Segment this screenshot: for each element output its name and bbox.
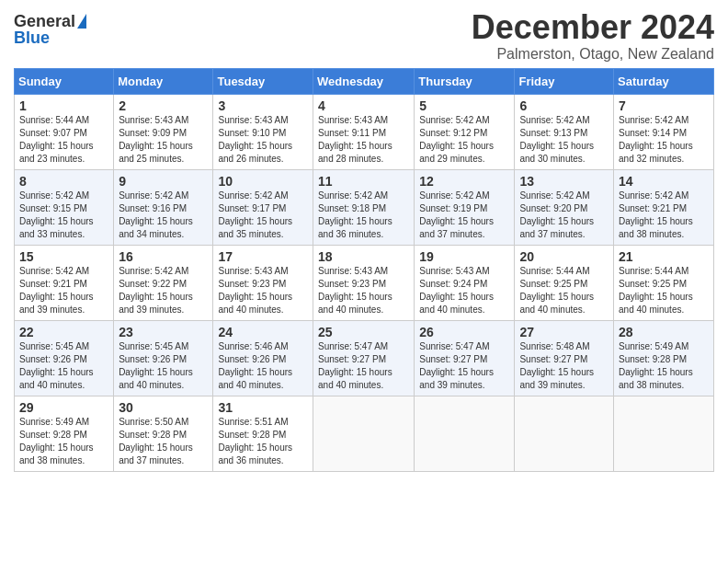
day-number: 28 [619,325,709,339]
page-title: December 2024 [472,9,714,46]
day-info: Sunrise: 5:42 AM Sunset: 9:22 PM Dayligh… [119,265,208,316]
day-info: Sunrise: 5:49 AM Sunset: 9:28 PM Dayligh… [19,416,108,467]
day-number: 17 [218,249,308,264]
day-number: 7 [619,98,709,113]
day-number: 8 [19,174,108,189]
day-info: Sunrise: 5:42 AM Sunset: 9:12 PM Dayligh… [419,114,509,166]
calendar-cell: 31Sunrise: 5:51 AM Sunset: 9:28 PM Dayli… [213,396,313,471]
logo: General Blue [14,13,86,46]
day-number: 3 [218,98,308,113]
calendar-cell: 29Sunrise: 5:49 AM Sunset: 9:28 PM Dayli… [15,396,114,471]
calendar-cell: 15Sunrise: 5:42 AM Sunset: 9:21 PM Dayli… [15,245,114,320]
calendar-cell: 21Sunrise: 5:44 AM Sunset: 9:25 PM Dayli… [614,245,714,320]
day-number: 4 [318,98,409,113]
day-info: Sunrise: 5:49 AM Sunset: 9:28 PM Dayligh… [619,340,709,392]
day-info: Sunrise: 5:43 AM Sunset: 9:11 PM Dayligh… [318,114,409,166]
day-info: Sunrise: 5:42 AM Sunset: 9:19 PM Dayligh… [419,190,509,241]
calendar-cell [313,396,415,471]
calendar-header-row: Sunday Monday Tuesday Wednesday Thursday… [15,68,714,94]
calendar-cell [515,396,614,471]
calendar-cell: 7Sunrise: 5:42 AM Sunset: 9:14 PM Daylig… [614,94,714,169]
calendar-cell: 27Sunrise: 5:48 AM Sunset: 9:27 PM Dayli… [515,320,614,396]
day-number: 15 [19,249,108,264]
day-number: 14 [619,174,709,189]
day-info: Sunrise: 5:42 AM Sunset: 9:13 PM Dayligh… [519,114,609,166]
day-number: 22 [19,325,108,339]
day-number: 24 [218,325,308,339]
col-tuesday: Tuesday [213,68,313,94]
page-header: General Blue December 2024 Palmerston, O… [14,9,714,63]
calendar-cell: 16Sunrise: 5:42 AM Sunset: 9:22 PM Dayli… [114,245,213,320]
calendar-cell: 23Sunrise: 5:45 AM Sunset: 9:26 PM Dayli… [114,320,213,396]
day-info: Sunrise: 5:47 AM Sunset: 9:27 PM Dayligh… [318,340,409,392]
day-number: 23 [119,325,208,339]
day-info: Sunrise: 5:42 AM Sunset: 9:15 PM Dayligh… [19,190,108,241]
day-info: Sunrise: 5:43 AM Sunset: 9:10 PM Dayligh… [218,114,308,166]
title-block: December 2024 Palmerston, Otago, New Zea… [472,9,714,63]
calendar-week-row: 29Sunrise: 5:49 AM Sunset: 9:28 PM Dayli… [15,396,714,471]
day-info: Sunrise: 5:45 AM Sunset: 9:26 PM Dayligh… [19,340,108,392]
day-number: 12 [419,174,509,189]
day-info: Sunrise: 5:51 AM Sunset: 9:28 PM Dayligh… [218,416,308,467]
day-number: 11 [318,174,409,189]
calendar-cell: 22Sunrise: 5:45 AM Sunset: 9:26 PM Dayli… [15,320,114,396]
day-info: Sunrise: 5:44 AM Sunset: 9:25 PM Dayligh… [619,265,709,316]
day-info: Sunrise: 5:42 AM Sunset: 9:21 PM Dayligh… [619,190,709,241]
day-info: Sunrise: 5:45 AM Sunset: 9:26 PM Dayligh… [119,340,208,392]
day-number: 18 [318,249,409,264]
day-info: Sunrise: 5:42 AM Sunset: 9:21 PM Dayligh… [19,265,108,316]
calendar-cell: 11Sunrise: 5:42 AM Sunset: 9:18 PM Dayli… [313,169,415,245]
day-info: Sunrise: 5:42 AM Sunset: 9:16 PM Dayligh… [119,190,208,241]
calendar-cell: 26Sunrise: 5:47 AM Sunset: 9:27 PM Dayli… [415,320,515,396]
day-number: 9 [119,174,208,189]
calendar-cell: 6Sunrise: 5:42 AM Sunset: 9:13 PM Daylig… [515,94,614,169]
day-number: 30 [119,400,208,415]
day-number: 20 [519,249,609,264]
logo-triangle-icon [77,14,86,29]
day-info: Sunrise: 5:47 AM Sunset: 9:27 PM Dayligh… [419,340,509,392]
calendar-cell: 5Sunrise: 5:42 AM Sunset: 9:12 PM Daylig… [415,94,515,169]
day-info: Sunrise: 5:42 AM Sunset: 9:18 PM Dayligh… [318,190,409,241]
calendar-cell: 18Sunrise: 5:43 AM Sunset: 9:23 PM Dayli… [313,245,415,320]
page-subtitle: Palmerston, Otago, New Zealand [472,46,714,63]
calendar-cell: 19Sunrise: 5:43 AM Sunset: 9:24 PM Dayli… [415,245,515,320]
col-thursday: Thursday [415,68,515,94]
calendar-cell: 25Sunrise: 5:47 AM Sunset: 9:27 PM Dayli… [313,320,415,396]
day-info: Sunrise: 5:43 AM Sunset: 9:09 PM Dayligh… [119,114,208,166]
calendar-table: Sunday Monday Tuesday Wednesday Thursday… [14,68,714,472]
day-number: 31 [218,400,308,415]
calendar-cell: 13Sunrise: 5:42 AM Sunset: 9:20 PM Dayli… [515,169,614,245]
col-monday: Monday [114,68,213,94]
day-info: Sunrise: 5:43 AM Sunset: 9:24 PM Dayligh… [419,265,509,316]
day-info: Sunrise: 5:46 AM Sunset: 9:26 PM Dayligh… [218,340,308,392]
calendar-cell [415,396,515,471]
day-number: 19 [419,249,509,264]
day-info: Sunrise: 5:44 AM Sunset: 9:07 PM Dayligh… [19,114,108,166]
calendar-week-row: 8Sunrise: 5:42 AM Sunset: 9:15 PM Daylig… [15,169,714,245]
day-number: 13 [519,174,609,189]
calendar-cell [614,396,714,471]
calendar-cell: 10Sunrise: 5:42 AM Sunset: 9:17 PM Dayli… [213,169,313,245]
calendar-cell: 20Sunrise: 5:44 AM Sunset: 9:25 PM Dayli… [515,245,614,320]
calendar-cell: 17Sunrise: 5:43 AM Sunset: 9:23 PM Dayli… [213,245,313,320]
logo-general: General [14,13,75,29]
calendar-cell: 4Sunrise: 5:43 AM Sunset: 9:11 PM Daylig… [313,94,415,169]
col-saturday: Saturday [614,68,714,94]
calendar-week-row: 22Sunrise: 5:45 AM Sunset: 9:26 PM Dayli… [15,320,714,396]
calendar-cell: 1Sunrise: 5:44 AM Sunset: 9:07 PM Daylig… [15,94,114,169]
day-info: Sunrise: 5:42 AM Sunset: 9:20 PM Dayligh… [519,190,609,241]
calendar-cell: 14Sunrise: 5:42 AM Sunset: 9:21 PM Dayli… [614,169,714,245]
day-info: Sunrise: 5:42 AM Sunset: 9:14 PM Dayligh… [619,114,709,166]
day-number: 26 [419,325,509,339]
calendar-cell: 2Sunrise: 5:43 AM Sunset: 9:09 PM Daylig… [114,94,213,169]
day-number: 5 [419,98,509,113]
day-info: Sunrise: 5:43 AM Sunset: 9:23 PM Dayligh… [318,265,409,316]
day-number: 2 [119,98,208,113]
day-number: 25 [318,325,409,339]
calendar-week-row: 1Sunrise: 5:44 AM Sunset: 9:07 PM Daylig… [15,94,714,169]
day-number: 6 [519,98,609,113]
col-wednesday: Wednesday [313,68,415,94]
day-number: 29 [19,400,108,415]
day-info: Sunrise: 5:48 AM Sunset: 9:27 PM Dayligh… [519,340,609,392]
day-number: 1 [19,98,108,113]
